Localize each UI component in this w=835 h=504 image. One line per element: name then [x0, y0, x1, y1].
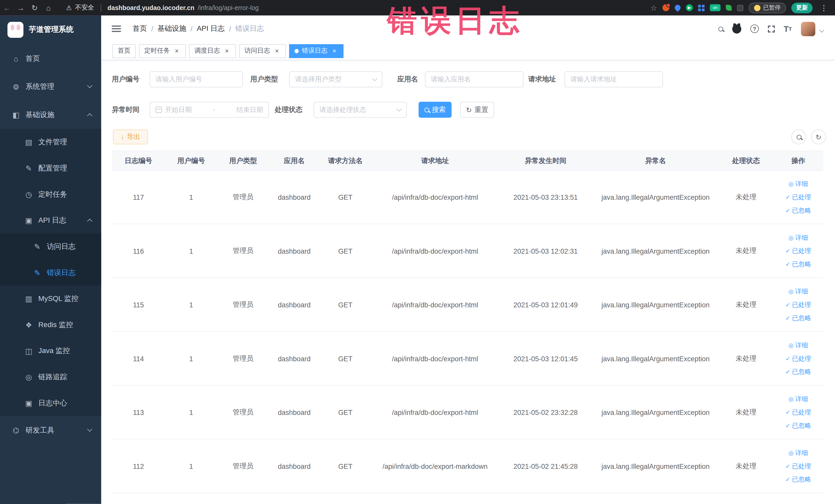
- toggle-search-button[interactable]: [791, 129, 806, 144]
- app-name-input[interactable]: 请输入应用名: [425, 72, 524, 87]
- processed-link[interactable]: ✓ 已处理: [786, 352, 811, 365]
- tab-schedule-log[interactable]: 调度日志 ×: [189, 44, 236, 58]
- bookmark-star-icon[interactable]: ☆: [650, 3, 657, 12]
- sidebar-logo[interactable]: 芋道管理系统: [0, 15, 101, 44]
- security-label: 不安全: [75, 3, 94, 12]
- detail-link[interactable]: ◎ 详细: [789, 392, 808, 405]
- ignored-link[interactable]: ✓ 已忽略: [786, 365, 811, 378]
- browser-forward-icon[interactable]: →: [14, 3, 28, 12]
- help-icon[interactable]: ?: [750, 24, 759, 33]
- log-icon: ▣: [24, 216, 33, 224]
- request-url-input[interactable]: 请输入请求地址: [565, 72, 663, 87]
- detail-label: 详细: [795, 339, 808, 351]
- detail-link[interactable]: ◎ 详细: [789, 231, 808, 244]
- table-row: 112 1 管理员 dashboard GET /api/infra/db-do…: [112, 440, 823, 493]
- sidebar-item-file-manage[interactable]: ▤ 文件管理: [0, 129, 101, 155]
- close-icon[interactable]: ×: [273, 47, 281, 55]
- extension-icon-grid[interactable]: [698, 5, 705, 11]
- end-date-placeholder: 结束日期: [237, 105, 263, 114]
- detail-link[interactable]: ◎ 详细: [789, 177, 808, 190]
- tab-home[interactable]: 首页: [113, 44, 136, 58]
- profile-paused-button[interactable]: 已暂停: [749, 2, 786, 13]
- ignored-link[interactable]: ✓ 已忽略: [786, 204, 811, 217]
- process-status-select[interactable]: 请选择处理状态: [314, 102, 407, 118]
- breadcrumb-home[interactable]: 首页: [133, 24, 147, 33]
- tab-access-log[interactable]: 访问日志 ×: [239, 44, 286, 58]
- table-row: 116 1 管理员 dashboard GET /api/infra/db-do…: [112, 224, 823, 278]
- sidebar-item-mysql-monitor[interactable]: ▥ MySQL 监控: [0, 285, 101, 312]
- placeholder: 请输入应用名: [431, 75, 471, 84]
- sidebar-item-config-manage[interactable]: ✎ 配置管理: [0, 155, 101, 181]
- search-button[interactable]: 搜索: [419, 102, 452, 118]
- extension-icon-leaf[interactable]: [726, 5, 732, 11]
- exception-time-range-picker[interactable]: 开始日期 - 结束日期: [150, 102, 269, 118]
- fullscreen-icon[interactable]: [768, 25, 775, 32]
- export-button[interactable]: ↓ 导出: [113, 129, 148, 144]
- extension-icon-green[interactable]: ▶: [686, 4, 693, 11]
- detail-link[interactable]: ◎ 详细: [789, 285, 808, 298]
- detail-link[interactable]: ◎ 详细: [789, 339, 808, 351]
- extension-icon-drop[interactable]: [674, 4, 682, 12]
- extension-icon-orange[interactable]: [663, 4, 669, 11]
- cell-log-id: 113: [112, 408, 165, 416]
- ignored-link[interactable]: ✓ 已忽略: [786, 312, 811, 324]
- processed-link[interactable]: ✓ 已处理: [786, 191, 811, 204]
- sidebar-item-error-log[interactable]: ✎ 错误日志: [0, 259, 101, 285]
- column-header-request-url: 请求地址: [371, 156, 499, 165]
- sidebar-item-java-monitor[interactable]: ◫ Java 监控: [0, 338, 101, 364]
- close-icon[interactable]: ×: [173, 47, 180, 55]
- user-id-input[interactable]: 请输入用户编号: [150, 72, 243, 87]
- ignored-label: 已忽略: [792, 258, 811, 270]
- refresh-button[interactable]: ↻: [811, 129, 826, 144]
- sidebar-item-home[interactable]: ⌂ 首页: [0, 44, 101, 73]
- search-icon[interactable]: [718, 26, 723, 31]
- github-icon[interactable]: [732, 24, 741, 33]
- browser-reload-icon[interactable]: ↻: [28, 3, 42, 12]
- user-avatar[interactable]: [801, 22, 815, 36]
- avatar-caret-icon[interactable]: [819, 28, 824, 33]
- processed-link[interactable]: ✓ 已处理: [786, 460, 811, 472]
- tab-error-log[interactable]: 错误日志 ×: [289, 44, 344, 58]
- processed-link[interactable]: ✓ 已处理: [786, 244, 811, 257]
- close-icon[interactable]: ×: [331, 47, 338, 55]
- note-icon: ✎: [33, 242, 42, 250]
- extension-on-badge[interactable]: on: [710, 4, 720, 11]
- ignored-link[interactable]: ✓ 已忽略: [786, 258, 811, 270]
- breadcrumb-api-log[interactable]: API 日志: [197, 24, 225, 33]
- sidebar-submenu-api-log: ✎ 访问日志 ✎ 错误日志: [0, 234, 101, 285]
- address-bar[interactable]: ⚠ 不安全 dashboard.yudao.iocoder.cn/infra/l…: [66, 3, 259, 12]
- processed-link[interactable]: ✓ 已处理: [786, 406, 811, 419]
- breadcrumb-infra[interactable]: 基础设施: [158, 24, 186, 33]
- sidebar-item-infra[interactable]: ◧ 基础设施: [0, 101, 101, 129]
- hamburger-icon[interactable]: [112, 28, 121, 29]
- sidebar-item-scheduled-job[interactable]: ◷ 定时任务: [0, 181, 101, 207]
- close-icon[interactable]: ×: [223, 47, 230, 55]
- ignored-label: 已忽略: [792, 365, 811, 378]
- cell-user-type: 管理员: [217, 246, 269, 256]
- browser-back-icon[interactable]: ←: [0, 3, 14, 12]
- sidebar-item-log-center[interactable]: ▣ 日志中心: [0, 390, 101, 416]
- detail-link[interactable]: ◎ 详细: [789, 446, 808, 459]
- font-size-icon[interactable]: TT: [784, 24, 792, 33]
- extension-icon-plug[interactable]: [737, 5, 744, 11]
- sidebar-item-api-log[interactable]: ▣ API 日志: [0, 207, 101, 234]
- sidebar-item-dev-tools[interactable]: ⌬ 研发工具: [0, 416, 101, 444]
- browser-menu-icon[interactable]: ⋮: [818, 3, 830, 12]
- browser-update-button[interactable]: 更新: [791, 2, 813, 13]
- sidebar-item-redis-monitor[interactable]: ❖ Redis 监控: [0, 312, 101, 338]
- user-type-select[interactable]: 请选择用户类型: [289, 72, 383, 87]
- tab-scheduled-job[interactable]: 定时任务 ×: [139, 44, 186, 58]
- check-icon: ✓: [786, 365, 790, 378]
- ignored-link[interactable]: ✓ 已忽略: [786, 473, 811, 486]
- sidebar-item-access-log[interactable]: ✎ 访问日志: [0, 234, 101, 260]
- ignored-link[interactable]: ✓ 已忽略: [786, 419, 811, 432]
- reset-button[interactable]: ↻ 重置: [460, 102, 494, 118]
- sidebar-item-system[interactable]: ⚙ 系统管理: [0, 73, 101, 101]
- logo-rabbit-avatar: [7, 22, 23, 38]
- eye-icon: ◎: [789, 392, 794, 405]
- processed-link[interactable]: ✓ 已处理: [786, 298, 811, 311]
- browser-home-icon[interactable]: ⌂: [42, 3, 56, 12]
- cell-exception-name: java.lang.IllegalArgumentException: [592, 193, 719, 201]
- app-name-label: 应用名: [398, 72, 418, 87]
- sidebar-item-trace[interactable]: ◎ 链路追踪: [0, 364, 101, 390]
